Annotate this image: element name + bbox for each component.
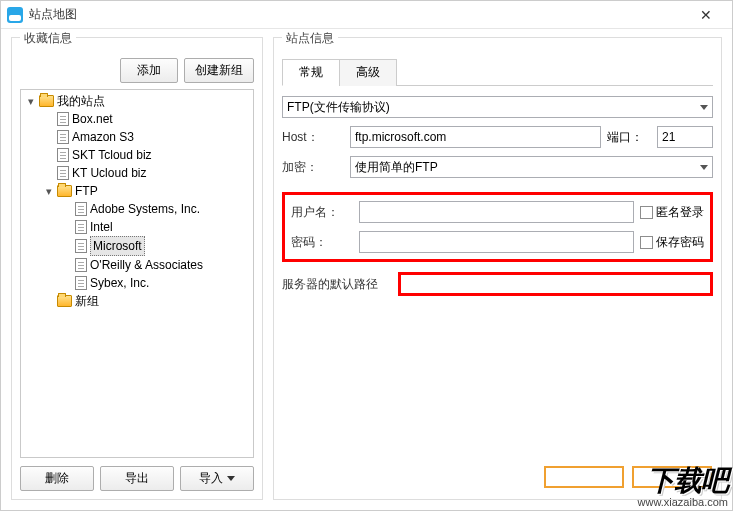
username-label: 用户名： xyxy=(291,204,353,221)
credentials-highlight: 用户名： 匿名登录 密码： 保存密码 xyxy=(282,192,713,262)
tree-item-kt[interactable]: KT Ucloud biz xyxy=(41,164,253,182)
tree-item-box[interactable]: Box.net xyxy=(41,110,253,128)
username-row: 用户名： 匿名登录 xyxy=(291,201,704,223)
favorites-toolbar: 添加 创建新组 xyxy=(20,58,254,83)
savepw-checkbox[interactable]: 保存密码 xyxy=(640,234,704,251)
file-icon xyxy=(57,148,69,162)
default-path-label: 服务器的默认路径 xyxy=(282,276,392,293)
encrypt-label: 加密： xyxy=(282,159,344,176)
tabs: 常规 高级 xyxy=(282,58,713,86)
favorites-group: 收藏信息 添加 创建新组 ▾ 我的站点 Box.net Ama xyxy=(11,37,263,500)
file-icon xyxy=(57,130,69,144)
dialog-window: 站点地图 ✕ 收藏信息 添加 创建新组 ▾ 我的站点 xyxy=(0,0,733,511)
checkbox-box xyxy=(640,236,653,249)
anonymous-checkbox[interactable]: 匿名登录 xyxy=(640,204,704,221)
tree-label: Sybex, Inc. xyxy=(90,274,149,292)
savepw-label: 保存密码 xyxy=(656,234,704,251)
folder-icon xyxy=(39,95,54,107)
footer-button-1[interactable] xyxy=(544,466,624,488)
tree-item-microsoft[interactable]: Microsoft xyxy=(59,236,253,256)
default-path-row: 服务器的默认路径 xyxy=(282,272,713,296)
tree-item-oreilly[interactable]: O'Reilly & Associates xyxy=(59,256,253,274)
site-info-group: 站点信息 常规 高级 FTP(文件传输协议) Host： 端口： 加密： xyxy=(273,37,722,500)
host-input[interactable] xyxy=(350,126,601,148)
close-icon[interactable]: ✕ xyxy=(686,7,726,23)
tree-item-intel[interactable]: Intel xyxy=(59,218,253,236)
tree-item-amazon[interactable]: Amazon S3 xyxy=(41,128,253,146)
window-title: 站点地图 xyxy=(29,6,686,23)
chevron-down-icon xyxy=(700,165,708,170)
file-icon xyxy=(75,202,87,216)
favorites-bottom-toolbar: 删除 导出 导入 xyxy=(20,466,254,491)
tree-label: O'Reilly & Associates xyxy=(90,256,203,274)
tree-item-adobe[interactable]: Adobe Systems, Inc. xyxy=(59,200,253,218)
collapse-icon[interactable]: ▾ xyxy=(43,186,54,197)
protocol-value: FTP(文件传输协议) xyxy=(287,99,390,116)
titlebar: 站点地图 ✕ xyxy=(1,1,732,29)
file-icon xyxy=(57,166,69,180)
collapse-icon[interactable]: ▾ xyxy=(25,96,36,107)
delete-button[interactable]: 删除 xyxy=(20,466,94,491)
chevron-down-icon xyxy=(227,476,235,481)
protocol-row: FTP(文件传输协议) xyxy=(282,96,713,118)
tree-label: Amazon S3 xyxy=(72,128,134,146)
tree-label: Intel xyxy=(90,218,113,236)
tree-label: Box.net xyxy=(72,110,113,128)
tree-item-ftp[interactable]: ▾FTP xyxy=(41,182,253,200)
tree-label: KT Ucloud biz xyxy=(72,164,146,182)
file-icon xyxy=(75,220,87,234)
new-group-button[interactable]: 创建新组 xyxy=(184,58,254,83)
folder-icon xyxy=(57,295,72,307)
password-input[interactable] xyxy=(359,231,634,253)
site-info-legend: 站点信息 xyxy=(282,30,338,47)
tree-item-skt[interactable]: SKT Tcloud biz xyxy=(41,146,253,164)
tree-item-sybex[interactable]: Sybex, Inc. xyxy=(59,274,253,292)
content-area: 收藏信息 添加 创建新组 ▾ 我的站点 Box.net Ama xyxy=(1,29,732,510)
tree-label: Microsoft xyxy=(90,236,145,256)
protocol-select[interactable]: FTP(文件传输协议) xyxy=(282,96,713,118)
app-icon xyxy=(7,7,23,23)
default-path-input[interactable] xyxy=(398,272,713,296)
tree-label: FTP xyxy=(75,182,98,200)
tree-item-newgroup[interactable]: 新组 xyxy=(41,292,253,310)
tree-label: 新组 xyxy=(75,292,99,310)
file-icon xyxy=(57,112,69,126)
tree-label: Adobe Systems, Inc. xyxy=(90,200,200,218)
favorites-legend: 收藏信息 xyxy=(20,30,76,47)
port-input[interactable] xyxy=(657,126,713,148)
file-icon xyxy=(75,258,87,272)
folder-icon xyxy=(57,185,72,197)
port-label: 端口： xyxy=(607,129,651,146)
host-label: Host： xyxy=(282,129,344,146)
username-input[interactable] xyxy=(359,201,634,223)
footer-buttons xyxy=(544,466,712,488)
tree-root[interactable]: ▾ 我的站点 xyxy=(23,92,253,110)
host-row: Host： 端口： xyxy=(282,126,713,148)
tab-general[interactable]: 常规 xyxy=(282,59,340,86)
encrypt-value: 使用简单的FTP xyxy=(355,159,438,176)
file-icon xyxy=(75,276,87,290)
footer-button-2[interactable] xyxy=(632,466,712,488)
import-button[interactable]: 导入 xyxy=(180,466,254,491)
encrypt-row: 加密： 使用简单的FTP xyxy=(282,156,713,178)
tree-label: SKT Tcloud biz xyxy=(72,146,152,164)
checkbox-box xyxy=(640,206,653,219)
encrypt-select[interactable]: 使用简单的FTP xyxy=(350,156,713,178)
file-icon xyxy=(75,239,87,253)
anonymous-label: 匿名登录 xyxy=(656,204,704,221)
import-label: 导入 xyxy=(199,470,223,487)
chevron-down-icon xyxy=(700,105,708,110)
tree-label: 我的站点 xyxy=(57,92,105,110)
tab-advanced[interactable]: 高级 xyxy=(339,59,397,86)
password-label: 密码： xyxy=(291,234,353,251)
password-row: 密码： 保存密码 xyxy=(291,231,704,253)
add-button[interactable]: 添加 xyxy=(120,58,178,83)
site-tree[interactable]: ▾ 我的站点 Box.net Amazon S3 SKT Tcloud biz … xyxy=(20,89,254,458)
export-button[interactable]: 导出 xyxy=(100,466,174,491)
